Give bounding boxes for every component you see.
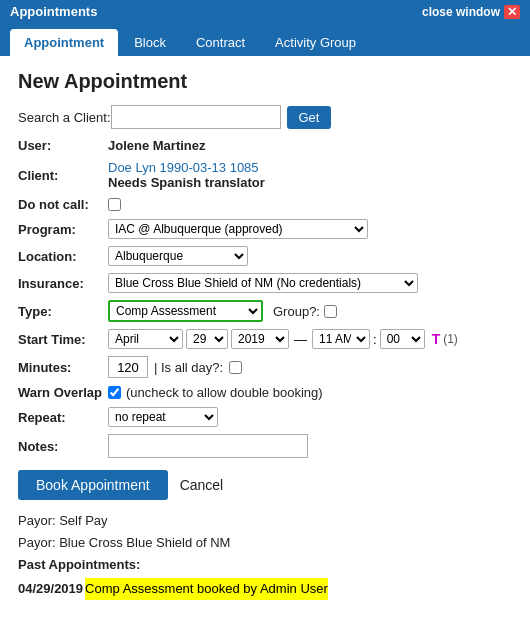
tab-activity-group[interactable]: Activity Group [261, 29, 370, 56]
hour-select[interactable]: 11 AM [312, 329, 370, 349]
client-link[interactable]: Doe Lyn 1990-03-13 1085 [108, 160, 265, 175]
repeat-select[interactable]: no repeat [108, 407, 218, 427]
warn-overlap-text: (uncheck to allow double booking) [126, 385, 323, 400]
user-label: User: [18, 138, 108, 153]
min-select[interactable]: 00 [380, 329, 425, 349]
main-content: New Appointment Search a Client: Get Use… [0, 56, 530, 612]
book-appointment-button[interactable]: Book Appointment [18, 470, 168, 500]
warn-overlap-controls: (uncheck to allow double booking) [108, 385, 323, 400]
minutes-controls: | Is all day?: [108, 356, 242, 378]
page-title: New Appointment [18, 70, 512, 93]
location-row: Location: Albuquerque [18, 246, 512, 266]
user-row: User: Jolene Martinez [18, 138, 512, 153]
past-appointments-label: Past Appointments: [18, 554, 512, 576]
insurance-label: Insurance: [18, 276, 108, 291]
past-appt-date: 04/29/2019 [18, 578, 83, 600]
search-row: Search a Client: Get [18, 105, 512, 129]
type-label: Type: [18, 304, 108, 319]
payor-line2: Payor: Blue Cross Blue Shield of NM [18, 532, 512, 554]
insurance-select[interactable]: Blue Cross Blue Shield of NM (No credent… [108, 273, 418, 293]
start-time-controls: April 29 2019 — 11 AM : 00 T (1) [108, 329, 458, 349]
program-label: Program: [18, 222, 108, 237]
group-label: Group?: [273, 304, 320, 319]
location-select[interactable]: Albuquerque [108, 246, 248, 266]
do-not-call-checkbox[interactable] [108, 198, 121, 211]
notes-label: Notes: [18, 439, 108, 454]
client-note: Needs Spanish translator [108, 175, 265, 190]
start-time-label: Start Time: [18, 332, 108, 347]
app-title: Appointments [10, 4, 97, 19]
cancel-button[interactable]: Cancel [180, 477, 224, 493]
day-select[interactable]: 29 [186, 329, 228, 349]
repeat-row: Repeat: no repeat [18, 407, 512, 427]
action-row: Book Appointment Cancel [18, 470, 512, 500]
year-select[interactable]: 2019 [231, 329, 289, 349]
notes-row: Notes: [18, 434, 512, 458]
do-not-call-row: Do not call: [18, 197, 512, 212]
past-appt-highlight: Comp Assessment booked by Admin User [85, 578, 328, 600]
client-label: Client: [18, 168, 108, 183]
title-bar: Appointments close window ✕ [0, 0, 530, 23]
t-count: (1) [443, 332, 458, 346]
type-row: Type: Comp Assessment Group?: [18, 300, 512, 322]
client-col: Doe Lyn 1990-03-13 1085 Needs Spanish tr… [108, 160, 265, 190]
warn-overlap-row: Warn Overlap (uncheck to allow double bo… [18, 385, 512, 400]
client-row: Client: Doe Lyn 1990-03-13 1085 Needs Sp… [18, 160, 512, 190]
tab-bar: Appointment Block Contract Activity Grou… [0, 23, 530, 56]
warn-overlap-label: Warn Overlap [18, 385, 108, 400]
tab-contract[interactable]: Contract [182, 29, 259, 56]
t-icon[interactable]: T [432, 331, 441, 347]
get-button[interactable]: Get [287, 106, 332, 129]
start-time-row: Start Time: April 29 2019 — 11 AM : 00 T… [18, 329, 512, 349]
payor-line1: Payor: Self Pay [18, 510, 512, 532]
close-window-label: close window [422, 5, 500, 19]
close-icon[interactable]: ✕ [504, 5, 520, 19]
do-not-call-label: Do not call: [18, 197, 108, 212]
is-all-day-label: | Is all day?: [154, 360, 223, 375]
program-select[interactable]: IAC @ Albuquerque (approved) [108, 219, 368, 239]
minutes-input[interactable] [108, 356, 148, 378]
group-checkbox[interactable] [324, 305, 337, 318]
notes-input[interactable] [108, 434, 308, 458]
tab-appointment[interactable]: Appointment [10, 29, 118, 56]
minutes-label: Minutes: [18, 360, 108, 375]
month-select[interactable]: April [108, 329, 183, 349]
payor-section: Payor: Self Pay Payor: Blue Cross Blue S… [18, 510, 512, 600]
type-select[interactable]: Comp Assessment [108, 300, 263, 322]
colon-sep: : [373, 332, 377, 347]
user-value: Jolene Martinez [108, 138, 206, 153]
is-all-day-checkbox[interactable] [229, 361, 242, 374]
warn-overlap-checkbox[interactable] [108, 386, 121, 399]
location-label: Location: [18, 249, 108, 264]
program-row: Program: IAC @ Albuquerque (approved) [18, 219, 512, 239]
close-window[interactable]: close window ✕ [422, 5, 520, 19]
time-dash: — [294, 332, 307, 347]
search-input[interactable] [111, 105, 281, 129]
insurance-row: Insurance: Blue Cross Blue Shield of NM … [18, 273, 512, 293]
search-label: Search a Client: [18, 110, 111, 125]
past-appointment-row: 04/29/2019 Comp Assessment booked by Adm… [18, 578, 512, 600]
tab-block[interactable]: Block [120, 29, 180, 56]
minutes-row: Minutes: | Is all day?: [18, 356, 512, 378]
repeat-label: Repeat: [18, 410, 108, 425]
